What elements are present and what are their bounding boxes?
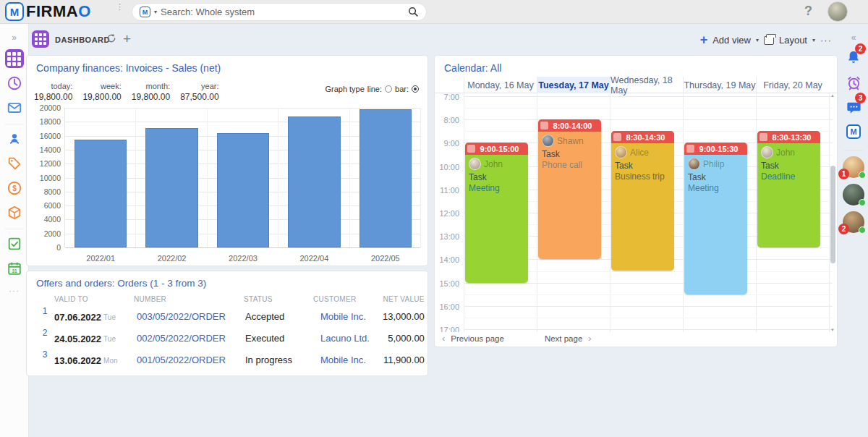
previous-page-button[interactable]: Previous page <box>451 334 504 343</box>
event-checkbox-icon[interactable] <box>467 145 475 153</box>
dashboard-tab-icon[interactable] <box>32 30 49 48</box>
chart-ytick-label: 14000 <box>29 145 61 154</box>
add-view-button[interactable]: Add view <box>712 35 751 46</box>
toolbar-right: + Add view ▾ Layout ▾ ··· <box>700 33 832 48</box>
app-logo[interactable]: M FIRMAO <box>5 2 91 21</box>
sidebar-item-calendar[interactable]: 31 <box>4 258 25 279</box>
sidebar-item-contacts[interactable] <box>4 129 25 149</box>
layout-icon[interactable] <box>764 36 774 45</box>
calendar-event[interactable]: 9:00-15:00JohnTaskMeeting <box>465 143 528 282</box>
calendar-halfhour-line <box>464 108 833 109</box>
sidebar-item-dashboard[interactable] <box>4 48 25 69</box>
calendar-panel-title[interactable]: Calendar: All <box>444 62 501 74</box>
calendar-event[interactable]: 8:00-14:00ShawnTaskPhone call <box>538 119 601 259</box>
drag-handle-icon[interactable]: ⋮ <box>116 2 123 12</box>
add-tab-button[interactable]: + <box>123 31 131 47</box>
firmao-app-button[interactable]: M <box>844 122 863 141</box>
event-checkbox-icon[interactable] <box>613 133 621 141</box>
event-person-name: Philip <box>703 159 724 169</box>
order-customer-link[interactable]: Mobile Inc. <box>313 349 383 371</box>
reminders-button[interactable] <box>844 73 863 92</box>
order-number-link[interactable]: 003/05/2022/ORDER <box>134 306 244 328</box>
chart-bar[interactable] <box>359 109 412 247</box>
calendar-event[interactable]: 8:30-13:30JohnTaskDeadline <box>757 131 820 247</box>
add-view-caret-icon[interactable]: ▾ <box>756 37 759 43</box>
sidebar-more-icon[interactable]: ··· <box>9 286 20 296</box>
dashboard-tab[interactable]: DASHBOARD <box>55 35 110 44</box>
order-customer-link[interactable]: Mobile Inc. <box>313 306 383 328</box>
sidebar-divider <box>5 229 24 229</box>
chart-bar[interactable] <box>145 128 197 247</box>
event-checkbox-icon[interactable] <box>686 145 694 153</box>
calendar-scrollbar[interactable]: ▲ ▼ <box>830 93 836 332</box>
sidebar-item-products[interactable] <box>4 203 25 223</box>
graph-type-line-radio[interactable] <box>385 85 392 93</box>
chart-bar[interactable] <box>75 140 127 247</box>
day-header-3[interactable]: Wednesday, 18 May <box>610 77 683 93</box>
logo-m-icon: M <box>5 2 24 21</box>
graph-type-bar-radio[interactable] <box>412 85 419 93</box>
notifications-button[interactable]: 2 <box>844 48 863 67</box>
event-checkbox-icon[interactable] <box>760 133 767 141</box>
search-input[interactable]: Search: Whole system <box>161 7 404 17</box>
sidebar-item-finances[interactable]: $ <box>4 178 25 198</box>
chart-xtick-label: 2022/01 <box>65 254 136 263</box>
calendar-event[interactable]: 9:00-15:30PhilipTaskMeeting <box>684 143 747 294</box>
calendar-time-label: 15:00 <box>435 279 459 288</box>
calendar-panel: Calendar: All Monday, 16 MayTuesday, 17 … <box>434 55 838 347</box>
layout-button[interactable]: Layout <box>779 35 807 46</box>
order-number-link[interactable]: 002/05/2022/ORDER <box>134 328 244 349</box>
event-checkbox-icon[interactable] <box>540 122 548 130</box>
global-search-bar[interactable]: M ▾ Search: Whole system <box>132 3 427 21</box>
previous-page-chevron-icon[interactable]: ‹ <box>442 333 445 344</box>
order-weekday: Mon <box>103 357 117 365</box>
notifications-badge: 2 <box>855 43 866 54</box>
search-scope-caret-icon[interactable]: ▾ <box>154 9 157 15</box>
order-date: 24.05.2022 <box>54 334 101 344</box>
scrollbar-thumb[interactable] <box>830 166 835 263</box>
day-header-2[interactable]: Tuesday, 17 May <box>537 77 610 93</box>
chart-bar[interactable] <box>217 133 269 247</box>
day-header-1[interactable]: Monday, 16 May <box>464 77 537 93</box>
orders-panel-title[interactable]: Offers and orders: Orders (1 - 3 from 3) <box>36 278 206 289</box>
chart-bar[interactable] <box>288 116 340 247</box>
chat-badge: 3 <box>855 93 866 103</box>
next-page-button[interactable]: Next page <box>545 334 582 343</box>
sidebar-expand-icon[interactable]: » <box>12 33 17 44</box>
sidebar-item-offers[interactable] <box>4 153 25 174</box>
chart-ytick-label: 0 <box>29 243 61 252</box>
add-view-plus-icon[interactable]: + <box>700 33 708 48</box>
order-customer-link[interactable]: Lacuno Ltd. <box>313 328 383 349</box>
teammate-avatar-2[interactable] <box>843 184 864 205</box>
rail-collapse-icon[interactable]: « <box>851 33 856 43</box>
order-net-value: 13,000.00 <box>383 306 425 328</box>
refresh-button[interactable] <box>106 33 117 47</box>
toolbar-more-button[interactable]: ··· <box>820 35 832 46</box>
chart-ytick-label: 20000 <box>29 103 61 112</box>
event-body: AliceTaskBusiness trip <box>611 143 674 182</box>
next-page-chevron-icon[interactable]: › <box>588 333 591 344</box>
search-icon[interactable] <box>408 7 419 17</box>
finance-panel-title[interactable]: Company finances: Invoices - Sales (net) <box>36 62 221 74</box>
chat-button[interactable]: 3 <box>844 98 863 116</box>
event-type-label: Task <box>688 172 744 182</box>
teammate-avatar-1[interactable]: 1 <box>843 156 864 178</box>
cube-icon <box>7 205 22 221</box>
user-avatar[interactable] <box>827 1 848 22</box>
calendar-time-label: 11:00 <box>435 186 459 195</box>
layout-caret-icon[interactable]: ▾ <box>812 37 815 43</box>
search-scope-icon[interactable]: M <box>140 7 150 17</box>
teammate-avatar-3[interactable]: 2 <box>843 211 864 233</box>
order-number-link[interactable]: 001/05/2022/ORDER <box>134 349 244 371</box>
order-status: Executed <box>244 328 313 349</box>
sidebar-item-tasks[interactable] <box>4 234 25 254</box>
help-button[interactable]: ? <box>804 4 812 19</box>
day-header-5[interactable]: Friday, 20 May <box>756 77 829 93</box>
scroll-up-icon[interactable]: ▲ <box>830 93 835 98</box>
sidebar-item-mail[interactable] <box>4 98 25 118</box>
scroll-down-icon[interactable]: ▼ <box>830 328 835 332</box>
chart-gridline <box>65 108 420 109</box>
calendar-event[interactable]: 8:30-14:30AliceTaskBusiness trip <box>611 131 674 271</box>
sidebar-item-time[interactable] <box>4 73 25 93</box>
day-header-4[interactable]: Thursday, 19 May <box>683 77 756 93</box>
